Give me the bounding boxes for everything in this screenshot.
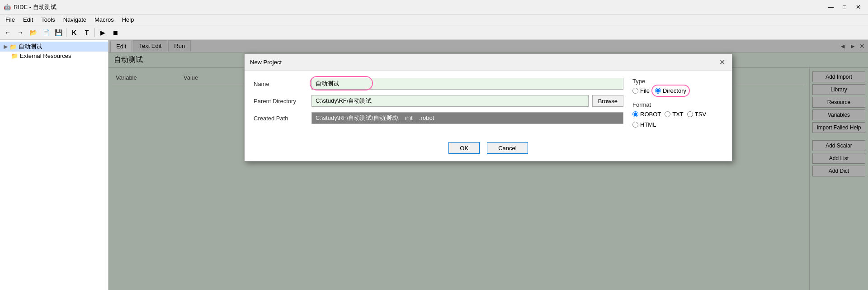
format-tsv-label: TSV <box>695 111 706 118</box>
save-button[interactable]: 💾 <box>52 27 64 38</box>
open-folder-button[interactable]: 📂 <box>27 27 39 38</box>
forward-button[interactable]: → <box>14 27 26 38</box>
sidebar-external-label: External Resources <box>20 52 71 59</box>
format-robot-radio[interactable] <box>632 111 638 117</box>
sidebar-item-project[interactable]: ▶ 📁 自动测试 <box>0 42 108 52</box>
format-tsv-radio[interactable] <box>687 111 693 117</box>
t-button[interactable]: T <box>81 27 93 38</box>
maximize-button[interactable]: □ <box>838 2 851 12</box>
type-file-option[interactable]: File <box>632 87 650 94</box>
type-label: Type <box>632 78 723 85</box>
open-file-button[interactable]: 📄 <box>40 27 52 38</box>
title-bar-left: 🤖 RIDE - 自动测试 <box>4 3 57 11</box>
menu-help[interactable]: Help <box>118 15 138 24</box>
parent-dir-label: Parent Directory <box>254 98 308 105</box>
sidebar-item-external[interactable]: 📁 External Resources <box>0 52 108 60</box>
app-title: RIDE - 自动测试 <box>14 3 57 11</box>
toolbar: ← → 📂 📄 💾 K T ▶ ⏹ <box>0 25 868 40</box>
dialog-right: Type File Directory <box>632 78 723 129</box>
format-tsv-option[interactable]: TSV <box>687 111 706 118</box>
window-controls: — □ ✕ <box>825 2 864 12</box>
format-html-label: HTML <box>640 121 656 128</box>
type-directory-option[interactable]: Directory <box>655 87 686 94</box>
folder-icon: 📁 <box>9 43 17 50</box>
app-icon: 🤖 <box>4 4 11 10</box>
stop-button[interactable]: ⏹ <box>109 27 121 38</box>
name-field-wrapper <box>311 78 623 90</box>
type-file-label: File <box>640 87 650 94</box>
created-path-input <box>311 112 623 124</box>
toolbar-separator-2 <box>94 28 95 37</box>
type-directory-radio[interactable] <box>655 88 661 94</box>
format-robot-label: ROBOT <box>640 111 661 118</box>
minimize-button[interactable]: — <box>825 2 837 12</box>
menu-navigate[interactable]: Navigate <box>60 15 90 24</box>
name-input[interactable] <box>311 78 623 90</box>
new-project-dialog: New Project ✕ Name <box>244 53 732 162</box>
sidebar-project-label: 自动测试 <box>19 43 42 51</box>
name-row: Name <box>254 78 623 90</box>
type-directory-label: Directory <box>663 87 686 94</box>
dialog-footer: OK Cancel <box>245 137 732 161</box>
name-label: Name <box>254 81 308 87</box>
close-button[interactable]: ✕ <box>852 2 864 12</box>
sidebar: ▶ 📁 自动测试 📁 External Resources <box>0 40 108 290</box>
dialog-close-button[interactable]: ✕ <box>717 57 726 67</box>
menu-bar: File Edit Tools Navigate Macros Help <box>0 14 868 25</box>
dialog-body: Name Parent Directory Browse <box>245 71 732 137</box>
menu-tools[interactable]: Tools <box>38 15 58 24</box>
menu-macros[interactable]: Macros <box>91 15 118 24</box>
format-label: Format <box>632 101 723 108</box>
format-txt-option[interactable]: TXT <box>665 111 684 118</box>
format-html-option[interactable]: HTML <box>632 121 656 128</box>
cancel-button[interactable]: Cancel <box>487 142 528 154</box>
dialog-title: New Project <box>250 59 282 66</box>
browse-button[interactable]: Browse <box>592 95 623 107</box>
format-html-radio[interactable] <box>632 122 638 128</box>
ok-button[interactable]: OK <box>448 142 480 154</box>
parent-dir-row: Parent Directory Browse <box>254 95 623 107</box>
parent-dir-input[interactable] <box>311 95 589 107</box>
toolbar-separator-1 <box>66 28 66 37</box>
run-button[interactable]: ▶ <box>97 27 108 38</box>
dialog-left: Name Parent Directory Browse <box>254 78 623 129</box>
format-txt-label: TXT <box>672 111 684 118</box>
type-radio-group: File Directory <box>632 87 723 94</box>
title-bar: 🤖 RIDE - 自动测试 — □ ✕ <box>0 0 868 14</box>
k-button[interactable]: K <box>68 27 80 38</box>
format-section: Format ROBOT TXT <box>632 101 723 128</box>
format-radio-group: ROBOT TXT TSV <box>632 111 723 128</box>
format-txt-radio[interactable] <box>665 111 670 117</box>
external-folder-icon: 📁 <box>11 52 18 59</box>
dialog-title-bar: New Project ✕ <box>245 54 732 71</box>
created-path-label: Created Path <box>254 115 308 122</box>
back-button[interactable]: ← <box>2 27 14 38</box>
expand-icon: ▶ <box>4 43 8 50</box>
content-area: Edit Text Edit Run ◄ ► ✕ 自动测试 Variable V… <box>108 40 868 290</box>
main-layout: ▶ 📁 自动测试 📁 External Resources Edit Text … <box>0 40 868 290</box>
type-file-radio[interactable] <box>632 88 638 94</box>
type-section: Type File Directory <box>632 78 723 94</box>
dialog-overlay: New Project ✕ Name <box>108 40 868 290</box>
created-path-row: Created Path <box>254 112 623 124</box>
menu-file[interactable]: File <box>2 15 19 24</box>
format-robot-option[interactable]: ROBOT <box>632 111 661 118</box>
menu-edit[interactable]: Edit <box>19 15 37 24</box>
